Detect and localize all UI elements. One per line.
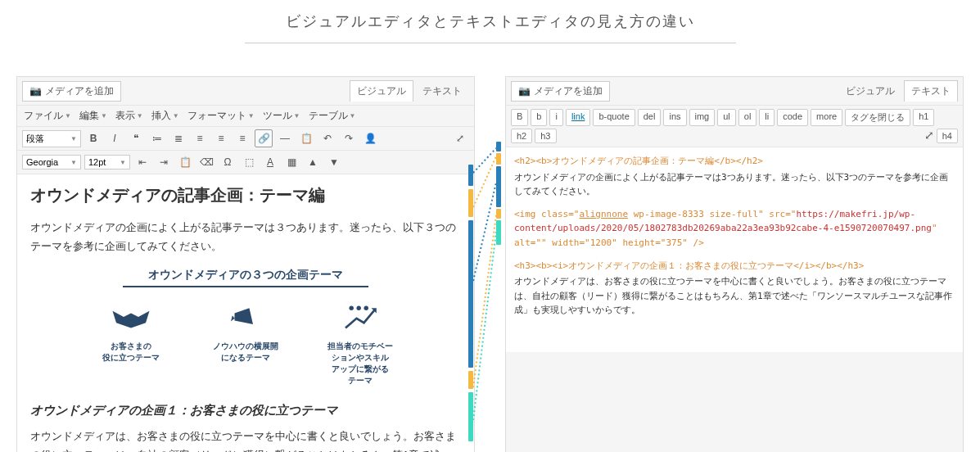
clip-icon[interactable]: 📋: [297, 129, 315, 147]
grid-icon[interactable]: ▦: [282, 153, 300, 171]
link-button[interactable]: 🔗: [255, 129, 273, 147]
menu-edit[interactable]: 編集▼: [79, 109, 107, 123]
svg-point-1: [357, 305, 361, 310]
add-media-button[interactable]: 📷 メディアを追加: [22, 81, 121, 102]
btn-li[interactable]: li: [759, 109, 775, 126]
text-editor-panel: 📷 メディアを追加 ビジュアル テキスト B b i link b-quote …: [505, 76, 964, 452]
menu-tools[interactable]: ツール▼: [263, 109, 300, 123]
btn-close-tags[interactable]: タグを閉じる: [845, 109, 910, 126]
code-line: オウンドメディアは、お客さまの役に立つテーマを中心に書くと良いでしょう。お客さま…: [514, 274, 955, 318]
font-select[interactable]: Georgia▼: [22, 155, 81, 170]
btn-img[interactable]: img: [689, 109, 716, 126]
btn-i[interactable]: i: [549, 109, 562, 126]
menu-bar: ファイル▼ 編集▼ 表示▼ 挿入▼ フォーマット▼ ツール▼ テーブル▼: [17, 106, 474, 127]
btn-del[interactable]: del: [638, 109, 662, 126]
size-select[interactable]: 12pt▼: [84, 155, 130, 170]
bold-button[interactable]: B: [84, 129, 102, 147]
btn-bquote[interactable]: b-quote: [593, 109, 635, 126]
tab-text[interactable]: テキスト: [415, 80, 469, 102]
align-center-icon[interactable]: ≡: [212, 129, 230, 147]
theme-col-1: お客さまの 役に立つテーマ: [82, 301, 180, 386]
title-rule: [245, 43, 736, 43]
visual-editor-panel: 📷 メディアを追加 ビジュアル テキスト ファイル▼ 編集▼ 表示▼ 挿入▼ フ…: [16, 76, 475, 452]
quote-icon[interactable]: ❝: [127, 129, 145, 147]
menu-file[interactable]: ファイル▼: [24, 109, 71, 123]
btn-h1[interactable]: h1: [913, 109, 934, 126]
btn-h4[interactable]: h4: [937, 129, 958, 143]
visual-content[interactable]: オウンドメディアの記事企画：テーマ編 オウンドメディアの企画によく上がる記事テー…: [17, 174, 474, 452]
format-icon[interactable]: ⬚: [240, 153, 258, 171]
camera-icon: 📷: [29, 85, 42, 97]
outdent-icon[interactable]: ⇤: [133, 153, 151, 171]
clear-icon[interactable]: ⌫: [197, 153, 215, 171]
person-icon[interactable]: 👤: [361, 129, 379, 147]
add-media-label: メディアを追加: [45, 84, 114, 98]
content-h3: オウンドメディアの企画１：お客さまの役に立つテーマ: [30, 403, 461, 418]
menu-table[interactable]: テーブル▼: [309, 109, 356, 123]
text-content[interactable]: <h2><b>オウンドメディアの記事企画：テーマ編</b></h2> オウンドメ…: [506, 147, 963, 352]
content-h2: オウンドメディアの記事企画：テーマ編: [30, 184, 461, 206]
align-right-icon[interactable]: ≡: [233, 129, 251, 147]
svg-point-0: [350, 305, 354, 310]
btn-link[interactable]: link: [566, 109, 591, 126]
code-line: オウンドメディアの企画によく上がる記事テーマは3つあります。迷ったら、以下3つの…: [514, 170, 955, 199]
toolbar-row-2: Georgia▼ 12pt▼ ⇤ ⇥ 📋 ⌫ Ω ⬚ A ▦ ▲ ▼: [17, 151, 474, 174]
svg-line-6: [473, 215, 496, 387]
paragraph-select[interactable]: 段落▼: [22, 130, 81, 147]
paste-icon[interactable]: 📋: [176, 153, 194, 171]
char-icon[interactable]: Ω: [219, 153, 237, 171]
content-image: オウンドメディアの３つの企画テーマ お客さまの 役に立つテーマ ノウハウの横展開…: [74, 268, 418, 386]
theme-col-2: ノウハウの横展開 になるテーマ: [196, 301, 295, 386]
tab-text[interactable]: テキスト: [904, 80, 958, 102]
menu-view[interactable]: 表示▼: [115, 109, 143, 123]
btn-code[interactable]: code: [777, 109, 808, 126]
code-line: <img class="alignnone wp-image-8333 size…: [514, 207, 955, 251]
color-icon[interactable]: A: [261, 153, 279, 171]
align-left-icon[interactable]: ≡: [191, 129, 209, 147]
btn-ol[interactable]: ol: [738, 109, 757, 126]
italic-button[interactable]: I: [106, 129, 124, 147]
content-p1: オウンドメディアの企画によく上がる記事テーマは３つあります。迷ったら、以下３つの…: [30, 218, 461, 256]
menu-insert[interactable]: 挿入▼: [151, 109, 179, 123]
connector-diagram: [467, 76, 503, 452]
bullet-list-icon[interactable]: ≔: [148, 129, 166, 147]
content-p2: オウンドメディアは、お客さまの役に立つテーマを中心に書くと良いでしょう。お客さま…: [30, 427, 461, 452]
number-list-icon[interactable]: ≣: [169, 129, 187, 147]
indent-icon[interactable]: ⇥: [155, 153, 173, 171]
handshake-icon: [109, 301, 153, 333]
undo-icon[interactable]: ↶: [318, 129, 336, 147]
tab-visual[interactable]: ビジュアル: [350, 80, 413, 102]
btn-strong[interactable]: B: [511, 109, 528, 126]
svg-line-4: [473, 156, 496, 207]
add-media-label: メディアを追加: [534, 84, 603, 98]
redo-icon[interactable]: ↷: [340, 129, 358, 147]
caret-up-icon[interactable]: ▲: [304, 153, 322, 171]
theme-col-3: 担当者のモチベー ションやスキル アップに繋がる テーマ: [311, 301, 409, 386]
btn-b[interactable]: b: [531, 109, 547, 126]
text-toolbar: B b i link b-quote del ins img ul ol li …: [506, 106, 963, 147]
caret-down-icon[interactable]: ▼: [325, 153, 343, 171]
megaphone-icon: [224, 301, 268, 333]
btn-ul[interactable]: ul: [717, 109, 736, 126]
code-line: <h3><b><i>オウンドメディアの企画１：お客さまの役に立つテーマ</i><…: [514, 259, 955, 273]
fullscreen-icon[interactable]: ⤢: [924, 129, 934, 143]
svg-point-2: [364, 305, 368, 310]
svg-line-5: [473, 183, 496, 281]
btn-h2[interactable]: h2: [511, 129, 532, 143]
growth-icon: [338, 301, 382, 333]
image-title: オウンドメディアの３つの企画テーマ: [123, 268, 368, 287]
btn-h3[interactable]: h3: [535, 129, 556, 143]
toolbar-row-1: 段落▼ B I ❝ ≔ ≣ ≡ ≡ ≡ 🔗 — 📋 ↶ ↷ 👤 ⤢: [17, 127, 474, 151]
tab-visual[interactable]: ビジュアル: [838, 80, 902, 102]
svg-line-3: [473, 148, 496, 173]
code-line: <h2><b>オウンドメディアの記事企画：テーマ編</b></h2>: [514, 154, 955, 169]
btn-more[interactable]: more: [811, 109, 842, 126]
add-media-button[interactable]: 📷 メディアを追加: [511, 81, 610, 102]
svg-line-7: [473, 232, 496, 420]
menu-format[interactable]: フォーマット▼: [187, 109, 255, 123]
page-title: ビジュアルエディタとテキストエディタの見え方の違い: [0, 7, 980, 43]
camera-icon: 📷: [518, 85, 531, 97]
more-icon[interactable]: —: [276, 129, 294, 147]
btn-ins[interactable]: ins: [663, 109, 686, 126]
